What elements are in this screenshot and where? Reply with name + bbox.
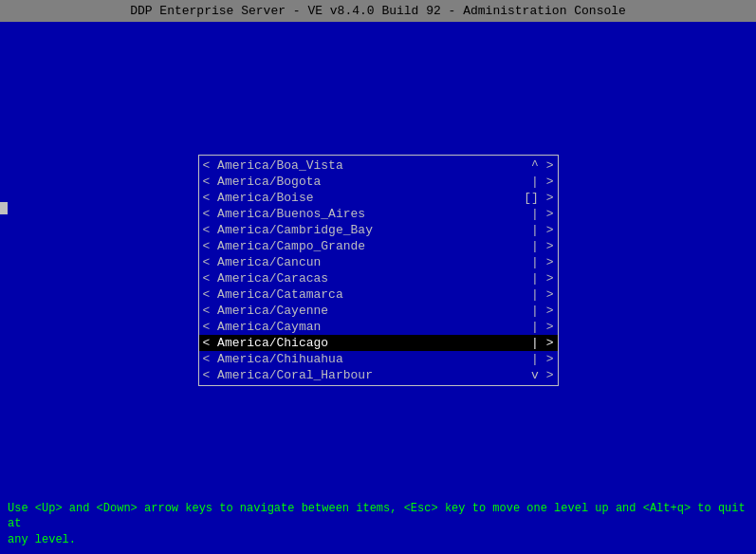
list-item-indicator: v > — [526, 368, 554, 382]
cursor-indicator — [0, 202, 8, 214]
list-item-label: < America/Caracas — [203, 271, 526, 286]
list-item-indicator: | > — [526, 336, 554, 350]
list-item[interactable]: < America/Boise[] > — [199, 190, 558, 206]
list-item[interactable]: < America/Cancun| > — [199, 254, 558, 270]
list-box[interactable]: < America/Boa_Vista^ >< America/Bogota| … — [198, 155, 559, 386]
list-item-indicator: | > — [526, 223, 554, 237]
list-item-label: < America/Cambridge_Bay — [203, 223, 526, 237]
list-item-indicator: | > — [526, 255, 554, 269]
list-item-label: < America/Cancun — [203, 255, 526, 269]
list-item-indicator: [] > — [524, 191, 553, 205]
status-line1: Use <Up> and <Down> arrow keys to naviga… — [8, 501, 748, 533]
list-item-label: < America/Bogota — [203, 175, 526, 189]
title-text: DDP Enterprise Server - VE v8.4.0 Build … — [130, 4, 626, 18]
list-item[interactable]: < America/Cayman| > — [199, 319, 558, 335]
status-bar: Use <Up> and <Down> arrow keys to naviga… — [0, 495, 756, 554]
list-item[interactable]: < America/Boa_Vista^ > — [199, 157, 558, 174]
list-item-label: < America/Chicago — [203, 336, 526, 350]
list-item-indicator: | > — [526, 239, 554, 253]
list-item-indicator: ^ > — [526, 158, 554, 173]
list-item[interactable]: < America/Buenos_Aires| > — [199, 206, 558, 222]
list-item[interactable]: < America/Chicago| > — [199, 335, 558, 351]
list-item-indicator: | > — [526, 352, 554, 366]
list-item-label: < America/Cayenne — [203, 304, 526, 318]
list-item[interactable]: < America/Bogota| > — [199, 174, 558, 190]
list-item[interactable]: < America/Cayenne| > — [199, 303, 558, 319]
list-item-label: < America/Cayman — [203, 320, 526, 334]
list-item-label: < America/Chihuahua — [203, 352, 526, 366]
list-item-indicator: | > — [526, 287, 554, 302]
list-item-label: < America/Boa_Vista — [203, 158, 526, 173]
list-item-indicator: | > — [526, 304, 554, 318]
status-line2: any level. — [8, 532, 748, 548]
list-item-label: < America/Catamarca — [203, 287, 526, 302]
list-item-label: < America/Coral_Harbour — [203, 368, 526, 382]
list-item-indicator: | > — [526, 207, 554, 221]
list-item[interactable]: < America/Caracas| > — [199, 270, 558, 286]
list-item[interactable]: < America/Chihuahua| > — [199, 351, 558, 367]
list-item[interactable]: < America/Coral_Harbourv > — [199, 367, 558, 383]
list-item-label: < America/Buenos_Aires — [203, 207, 526, 221]
list-item-indicator: | > — [526, 271, 554, 286]
list-item[interactable]: < America/Campo_Grande| > — [199, 238, 558, 254]
list-item[interactable]: < America/Cambridge_Bay| > — [199, 222, 558, 238]
list-item-label: < America/Campo_Grande — [203, 239, 526, 253]
main-content: < America/Boa_Vista^ >< America/Bogota| … — [0, 22, 756, 500]
list-item-label: < America/Boise — [203, 191, 525, 205]
list-item-indicator: | > — [526, 320, 554, 334]
title-bar: DDP Enterprise Server - VE v8.4.0 Build … — [0, 0, 756, 22]
list-item[interactable]: < America/Catamarca| > — [199, 286, 558, 303]
list-item-indicator: | > — [526, 175, 554, 189]
